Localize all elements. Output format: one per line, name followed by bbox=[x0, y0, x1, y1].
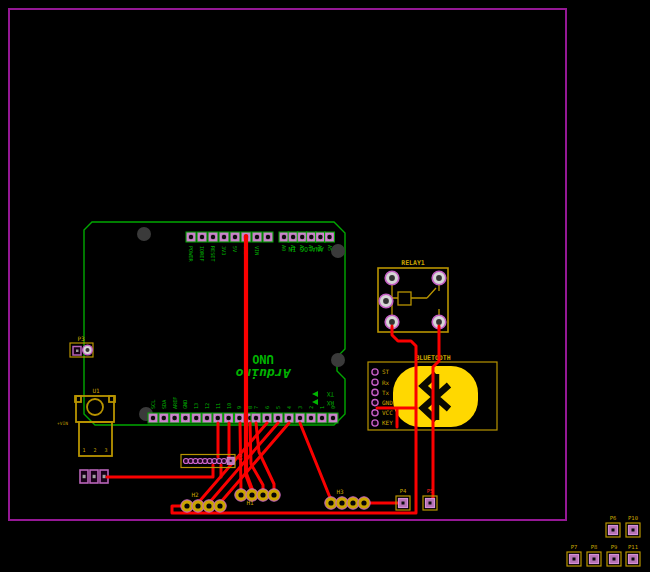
pad-p9[interactable]: P9 bbox=[607, 544, 621, 566]
pin-label: 5V bbox=[232, 246, 238, 252]
pad-hole bbox=[402, 502, 405, 505]
pin-label: 5 bbox=[275, 406, 281, 409]
bluetooth-pins[interactable]: STRxTxGNDVCCKEY bbox=[372, 368, 393, 426]
pad-hole bbox=[83, 475, 86, 478]
header-p2[interactable] bbox=[181, 455, 235, 468]
pad-hole bbox=[612, 529, 615, 532]
pin-label: SDA bbox=[161, 399, 167, 409]
pad-p5[interactable]: P5 bbox=[423, 488, 437, 510]
p3-pad-hole bbox=[76, 350, 79, 353]
pin-hole bbox=[331, 416, 335, 420]
power-jack-u1[interactable]: U1 1 2 3 +VIN bbox=[57, 387, 115, 456]
pad-p6[interactable]: P6 bbox=[606, 515, 620, 537]
pin-label: A5 bbox=[327, 245, 333, 251]
h3-ref-label: H3 bbox=[336, 488, 344, 495]
pad-hole bbox=[573, 558, 576, 561]
pin-hole bbox=[216, 416, 220, 420]
pad-hole bbox=[429, 502, 432, 505]
u1-pin1-label: 1 bbox=[82, 447, 85, 453]
pin-label: A3 bbox=[308, 245, 314, 251]
trace[interactable] bbox=[107, 465, 221, 477]
pin-label: 2 bbox=[308, 406, 314, 409]
relay-pad-hole bbox=[383, 298, 389, 304]
relay-pad-hole bbox=[389, 275, 395, 281]
relay-pads[interactable] bbox=[379, 271, 446, 329]
bt-pin-pad[interactable] bbox=[372, 389, 378, 395]
p3-pad-hole bbox=[86, 348, 90, 352]
three-pad-connector[interactable] bbox=[80, 470, 108, 483]
pin-label: 6 bbox=[264, 406, 270, 409]
pcb-canvas[interactable]: Arduino UNO ANALOG IN TX RX POWERIOREFRE… bbox=[0, 0, 650, 572]
arduino-title-line1: Arduino bbox=[235, 366, 291, 381]
pin-hole bbox=[254, 416, 258, 420]
pin-hole bbox=[320, 416, 324, 420]
header-pad-hole bbox=[230, 460, 232, 462]
header-pad-hole bbox=[217, 503, 222, 508]
pin-label: 13 bbox=[193, 403, 199, 409]
arduino-footprint[interactable]: Arduino UNO ANALOG IN TX RX POWERIOREFRE… bbox=[84, 222, 345, 425]
pin-hole bbox=[265, 416, 269, 420]
pad-p8[interactable]: P8 bbox=[587, 544, 601, 566]
pad-hole bbox=[593, 558, 596, 561]
header-h3[interactable]: H3 bbox=[325, 488, 370, 509]
pin-hole bbox=[172, 416, 176, 420]
u1-pin3-label: 3 bbox=[104, 447, 107, 453]
pin-hole bbox=[189, 235, 193, 239]
bt-pin-label: KEY bbox=[382, 419, 393, 426]
bt-pin-pad[interactable] bbox=[372, 369, 378, 375]
pin-hole bbox=[237, 416, 241, 420]
pin-label: 11 bbox=[215, 403, 221, 409]
header-pad-hole bbox=[271, 492, 276, 497]
pin-hole bbox=[151, 416, 155, 420]
bt-pin-label: Tx bbox=[382, 389, 390, 396]
p3-ref-label: P3 bbox=[77, 335, 85, 342]
pin-hole bbox=[226, 416, 230, 420]
connectors[interactable]: H1H2H3P4P5P6P10P7P8P9P11 bbox=[181, 455, 640, 567]
p7-ref-label: P7 bbox=[571, 544, 578, 550]
pad-p11[interactable]: P11 bbox=[626, 544, 640, 566]
pad-p7[interactable]: P7 bbox=[567, 544, 581, 566]
board-svg[interactable]: Arduino UNO ANALOG IN TX RX POWERIOREFRE… bbox=[0, 0, 650, 572]
pad-hole bbox=[93, 475, 96, 478]
pin-hole bbox=[183, 416, 187, 420]
pin-hole bbox=[282, 235, 286, 239]
pad-p4[interactable]: P4 bbox=[396, 488, 410, 510]
header-pad-hole bbox=[339, 500, 344, 505]
trace[interactable] bbox=[300, 423, 331, 500]
pad-p10[interactable]: P10 bbox=[626, 515, 640, 537]
pin-label: A4 bbox=[317, 245, 323, 251]
relay-ref-label: RELAY1 bbox=[401, 259, 425, 267]
arduino-header-pads[interactable]: POWERIOREFRESET3V35VGNDVINA0A1A2A3A4A5SC… bbox=[148, 232, 338, 423]
pin-label: 9 bbox=[236, 406, 242, 409]
relay-relay1[interactable]: RELAY1 bbox=[378, 259, 448, 332]
header-pad-hole bbox=[249, 492, 254, 497]
bt-pin-pad[interactable] bbox=[372, 400, 378, 406]
header-pad-hole bbox=[260, 492, 265, 497]
bt-pin-pad[interactable] bbox=[372, 410, 378, 416]
pin-hole bbox=[318, 235, 322, 239]
header-pad-hole bbox=[238, 492, 243, 497]
pin-label: 3 bbox=[297, 406, 303, 409]
pin-label: 0 bbox=[330, 406, 336, 409]
pin-label: RESET bbox=[210, 246, 216, 262]
p2-ref-label: P2 bbox=[237, 454, 243, 461]
trace[interactable] bbox=[218, 423, 229, 457]
bt-pin-pad[interactable] bbox=[372, 420, 378, 426]
p5-ref-label: P5 bbox=[427, 488, 434, 494]
header-h2[interactable]: H2 bbox=[181, 491, 226, 512]
connector-p3[interactable]: P3 bbox=[70, 335, 93, 357]
pin-hole bbox=[255, 235, 259, 239]
board-outline[interactable] bbox=[9, 9, 566, 520]
pin-label: 10 bbox=[226, 403, 232, 409]
header-pad[interactable] bbox=[222, 459, 227, 464]
pin-hole bbox=[200, 235, 204, 239]
bt-pin-pad[interactable] bbox=[372, 379, 378, 385]
relay-pad-hole bbox=[389, 319, 395, 325]
pin-hole bbox=[162, 416, 166, 420]
pin-hole bbox=[309, 416, 313, 420]
p8-ref-label: P8 bbox=[591, 544, 598, 550]
pin-label: VIN bbox=[254, 246, 260, 255]
pin-hole bbox=[194, 416, 198, 420]
bt-pin-label: GND bbox=[382, 399, 393, 406]
header-h1[interactable]: H1 bbox=[235, 489, 280, 506]
